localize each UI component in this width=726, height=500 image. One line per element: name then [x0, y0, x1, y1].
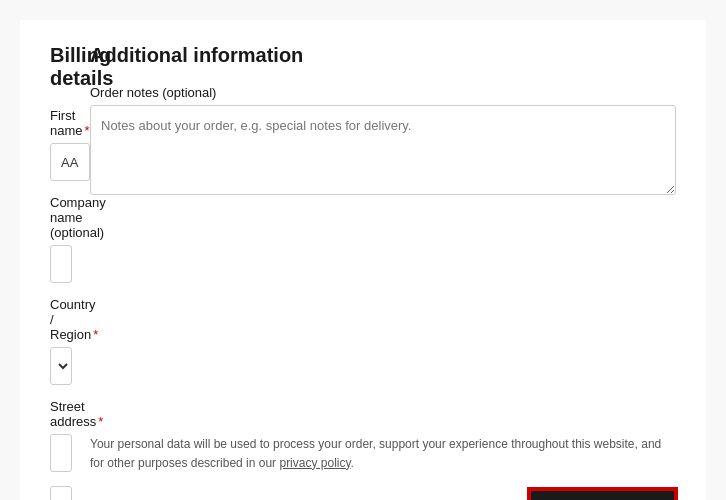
first-name-input[interactable] — [50, 143, 90, 181]
country-select[interactable]: India United States United Kingdom Canad… — [50, 347, 72, 385]
place-order-button[interactable]: Place order — [529, 489, 676, 500]
additional-title: Additional information — [90, 44, 676, 67]
street-address-input[interactable] — [50, 434, 72, 472]
order-notes-label: Order notes (optional) — [90, 85, 676, 100]
right-column: Additional information Order notes (opti… — [90, 44, 676, 500]
first-name-group: First name* — [50, 108, 90, 181]
privacy-text: Your personal data will be used to proce… — [90, 435, 676, 473]
page-container: Billing details First name* Last name* C… — [20, 20, 706, 500]
order-notes-group: Order notes (optional) — [90, 85, 676, 199]
street-address2-input[interactable] — [50, 486, 72, 500]
additional-section: Additional information Order notes (opti… — [90, 44, 676, 427]
privacy-and-button: Your personal data will be used to proce… — [90, 427, 676, 500]
company-name-input[interactable] — [50, 245, 72, 283]
order-notes-input[interactable] — [90, 105, 676, 195]
privacy-policy-link[interactable]: privacy policy — [279, 456, 350, 470]
place-order-wrapper: Place order — [90, 489, 676, 500]
first-name-label: First name* — [50, 108, 90, 138]
